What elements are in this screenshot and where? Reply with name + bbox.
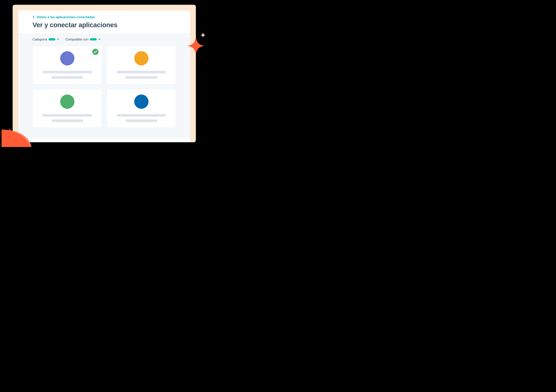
leaf-shape-icon xyxy=(2,130,31,147)
panel-body: Categoría Compatible con xyxy=(18,34,190,139)
filter-compatible-label: Compatible con xyxy=(65,38,88,41)
check-icon xyxy=(94,50,97,53)
caret-down-icon xyxy=(57,39,59,40)
placeholder-line xyxy=(52,76,83,79)
caret-down-icon xyxy=(99,39,100,40)
app-card[interactable] xyxy=(32,89,102,128)
app-icon xyxy=(60,51,74,65)
app-card[interactable] xyxy=(107,89,176,128)
filter-category-label: Categoría xyxy=(32,38,47,41)
filter-bar: Categoría Compatible con xyxy=(32,38,176,41)
back-link[interactable]: Volver a las aplicaciones conectadas xyxy=(32,15,95,19)
sparkle-icon xyxy=(200,32,206,38)
app-grid xyxy=(32,46,176,128)
app-icon xyxy=(60,94,74,109)
app-card[interactable] xyxy=(107,46,176,85)
app-icon xyxy=(134,94,148,109)
app-card[interactable] xyxy=(32,46,102,85)
filter-value-pill xyxy=(90,38,97,40)
connected-badge xyxy=(92,49,99,55)
placeholder-line xyxy=(117,71,166,73)
placeholder-line xyxy=(43,71,92,73)
placeholder-line xyxy=(126,76,157,79)
filter-compatible[interactable]: Compatible con xyxy=(65,38,100,41)
panel-header: Volver a las aplicaciones conectadas Ver… xyxy=(18,10,190,34)
filter-value-pill xyxy=(49,38,55,40)
sparkle-icon xyxy=(187,37,205,55)
back-link-label: Volver a las aplicaciones conectadas xyxy=(37,15,95,19)
app-panel: Volver a las aplicaciones conectadas Ver… xyxy=(18,10,190,142)
app-icon xyxy=(134,51,148,65)
placeholder-line xyxy=(126,119,157,122)
filter-category[interactable]: Categoría xyxy=(32,38,59,41)
placeholder-line xyxy=(52,119,83,122)
placeholder-line xyxy=(43,114,92,117)
page-title: Ver y conectar aplicaciones xyxy=(32,21,176,29)
chevron-left-icon xyxy=(32,16,34,19)
illustration-frame: Volver a las aplicaciones conectadas Ver… xyxy=(13,5,196,142)
placeholder-line xyxy=(117,114,166,117)
